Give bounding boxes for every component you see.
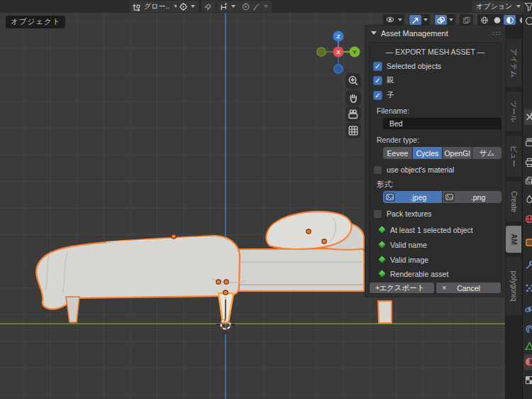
section-title: — EXPORT MESH ASSET — — [370, 48, 501, 56]
plus-icon: + — [375, 283, 379, 293]
export-button[interactable]: + エクスポート — [370, 283, 434, 293]
material-preview-icon[interactable] — [504, 15, 516, 25]
proportional-edit-group[interactable] — [239, 1, 272, 12]
grid-icon — [346, 124, 360, 138]
cancel-button[interactable]: × Cancel — [436, 283, 501, 293]
options-label: オプション — [475, 1, 514, 11]
validation-row: Valid image — [379, 255, 428, 264]
render-type-label: Render type: — [377, 136, 419, 144]
filter-funnel-icon[interactable] — [524, 1, 532, 11]
export-mesh-asset-box: — EXPORT MESH ASSET — Selected objects 親… — [369, 42, 501, 294]
tab-polygoniq[interactable]: polygoniq — [506, 257, 521, 315]
snapping-group[interactable] — [201, 1, 239, 12]
chevron-down-icon — [191, 5, 195, 8]
sidebar-tab-strip: アイテム ツール ビュー Create AM polygoniq — [505, 26, 522, 399]
chevron-down-icon — [264, 5, 268, 8]
gizmo-toggle-icon[interactable] — [409, 15, 421, 25]
checkbox-checked-icon[interactable] — [373, 91, 382, 100]
checkbox-checked-icon[interactable] — [373, 76, 382, 85]
toggle-grid-button[interactable] — [345, 123, 361, 138]
tab-tool[interactable]: ツール — [506, 92, 521, 131]
valid-diamond-icon — [379, 256, 386, 263]
gizmos-toggle-group[interactable] — [409, 14, 430, 26]
valid-diamond-icon — [379, 241, 386, 248]
scene-tab-icon[interactable] — [524, 194, 532, 204]
falloff-curve-icon[interactable] — [252, 2, 261, 11]
constraints-tab-icon[interactable] — [524, 324, 532, 334]
view-layer-tab-icon[interactable] — [524, 175, 532, 186]
chevron-down-icon[interactable] — [449, 18, 453, 21]
world-tab-icon[interactable] — [524, 214, 532, 224]
bed-model[interactable] — [28, 206, 397, 341]
zoom-icon — [346, 74, 360, 88]
checkbox-unchecked-icon[interactable] — [373, 165, 382, 175]
render-tab-icon[interactable] — [524, 137, 532, 148]
pivot-point-dropdown[interactable] — [177, 1, 199, 12]
transform-orientation-dropdown[interactable]: グロー.. — [130, 1, 182, 12]
child-checkbox-row[interactable]: 子 — [373, 90, 394, 100]
validation-row: Renderable asset — [379, 269, 448, 278]
validation-row: Valid name — [379, 240, 427, 249]
options-dropdown[interactable]: オプション — [472, 1, 524, 12]
camera-icon — [346, 107, 360, 121]
navigation-gizmo[interactable]: Z Y X — [309, 28, 366, 75]
output-tab-icon[interactable] — [524, 157, 532, 168]
camera-view-button[interactable] — [345, 106, 361, 122]
render-type-opengl[interactable]: OpenGl — [443, 147, 472, 159]
tab-view[interactable]: ビュー — [506, 136, 521, 177]
magnet-icon[interactable] — [204, 2, 213, 11]
collection-icon[interactable] — [524, 16, 532, 26]
pack-textures-checkbox-row[interactable]: Pack textures — [373, 209, 432, 219]
gizmo-neg-z-ball — [334, 65, 343, 73]
filename-label: Filename: — [377, 106, 409, 115]
render-type-cycles[interactable]: Cycles — [413, 147, 443, 159]
render-type-thumb[interactable]: サム — [472, 147, 501, 159]
material-tab-icon[interactable] — [524, 356, 532, 367]
panel-header[interactable]: Asset Management — [365, 26, 505, 40]
xray-icon[interactable] — [460, 15, 472, 25]
tab-create[interactable]: Create — [506, 181, 521, 222]
chevron-down-icon — [231, 5, 235, 8]
pivot-icon — [179, 2, 188, 11]
parent-checkbox-row[interactable]: 親 — [373, 75, 394, 85]
xray-toggle[interactable] — [460, 14, 473, 26]
proportional-icon[interactable] — [241, 2, 250, 11]
snap-target-icon[interactable] — [219, 2, 228, 11]
object-visibility-group[interactable] — [383, 14, 404, 26]
physics-tab-icon[interactable] — [524, 304, 532, 315]
viewport-mode-label: オブジェクト — [6, 16, 65, 28]
gizmo-neg-x-ball — [317, 48, 326, 56]
particles-tab-icon[interactable] — [524, 283, 532, 293]
pan-button[interactable] — [345, 90, 361, 106]
render-type-eevee[interactable]: Eevee — [383, 147, 413, 159]
tab-item[interactable]: アイテム — [506, 39, 521, 87]
format-png[interactable]: .png — [443, 191, 501, 203]
svg-text:Y: Y — [353, 49, 357, 55]
visibility-eye-icon[interactable] — [384, 15, 396, 25]
use-material-checkbox-row[interactable]: use object's material — [373, 165, 454, 175]
orientation-icon — [132, 2, 141, 11]
tool-tab-icon[interactable] — [524, 111, 532, 122]
collapse-triangle-icon[interactable] — [371, 31, 377, 35]
object-data-tab-icon[interactable] — [524, 341, 532, 351]
drag-grip-icon[interactable] — [492, 31, 501, 35]
viewport-header: グロー.. オプション — [0, 0, 532, 13]
selected-objects-checkbox-row[interactable]: Selected objects — [373, 61, 441, 71]
format-jpeg[interactable]: .jpeg — [383, 191, 443, 203]
zoom-button[interactable] — [345, 73, 361, 89]
tab-am[interactable]: AM — [506, 226, 521, 253]
texture-tab-icon[interactable] — [524, 375, 532, 386]
svg-text:Z: Z — [337, 33, 340, 40]
wireframe-icon[interactable] — [478, 15, 490, 25]
modifiers-tab-icon[interactable] — [524, 260, 532, 270]
checkbox-unchecked-icon[interactable] — [373, 209, 382, 219]
overlays-icon[interactable] — [435, 15, 447, 25]
object-tab-icon[interactable] — [524, 237, 532, 248]
checkbox-checked-icon[interactable] — [373, 62, 382, 71]
solid-icon[interactable] — [491, 15, 503, 25]
chevron-down-icon[interactable] — [423, 18, 428, 21]
panel-title: Asset Management — [381, 29, 492, 38]
chevron-down-icon[interactable] — [398, 18, 402, 21]
filename-input[interactable] — [383, 118, 501, 129]
overlays-toggle-group[interactable] — [434, 14, 455, 26]
